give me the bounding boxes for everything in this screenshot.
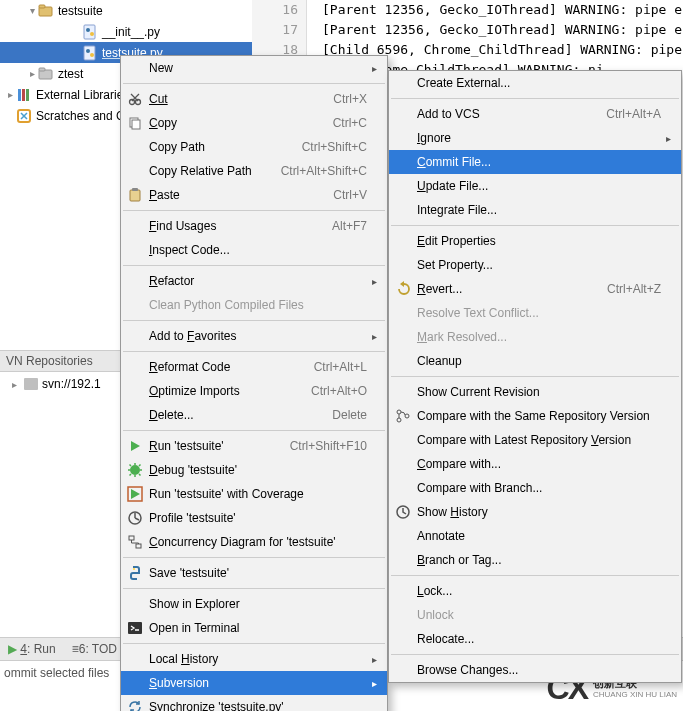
- svn-ignore[interactable]: Ignore▸: [389, 126, 681, 150]
- svn-create-external[interactable]: Create External...: [389, 71, 681, 95]
- ctx-add-to-favorites[interactable]: Add to Favorites▸: [121, 324, 387, 348]
- menu-item-label: New: [145, 61, 367, 75]
- svn-compare-with-branch[interactable]: Compare with Branch...: [389, 476, 681, 500]
- ctx-cut[interactable]: CutCtrl+X: [121, 87, 387, 111]
- menu-item-label: Concurrency Diagram for 'testsuite': [145, 535, 367, 549]
- status-bar-text: ommit selected files: [0, 663, 109, 683]
- ctx-delete[interactable]: Delete...Delete: [121, 403, 387, 427]
- py-icon: [82, 24, 98, 40]
- svn-integrate-file[interactable]: Integrate File...: [389, 198, 681, 222]
- menu-item-label: Browse Changes...: [413, 663, 661, 677]
- ctx-reformat-code[interactable]: Reformat CodeCtrl+Alt+L: [121, 355, 387, 379]
- menu-item-label: Subversion: [145, 676, 367, 690]
- menu-shortcut: Alt+F7: [314, 219, 367, 233]
- menu-item-label: Commit File...: [413, 155, 661, 169]
- tree-label: External Libraries: [36, 88, 129, 102]
- diagram-icon: [127, 534, 143, 550]
- svn-resolve-text-conflict: Resolve Text Conflict...: [389, 301, 681, 325]
- py-snake-icon: [127, 565, 143, 581]
- ctx-copy-path[interactable]: Copy PathCtrl+Shift+C: [121, 135, 387, 159]
- svn-revert[interactable]: Revert...Ctrl+Alt+Z: [389, 277, 681, 301]
- menu-item-label: Synchronize 'testsuite.py': [145, 700, 367, 711]
- ctx-copy-relative-path[interactable]: Copy Relative PathCtrl+Alt+Shift+C: [121, 159, 387, 183]
- ctx-run-testsuite-with-coverage[interactable]: Run 'testsuite' with Coverage: [121, 482, 387, 506]
- svn-cleanup[interactable]: Cleanup: [389, 349, 681, 373]
- svn-compare-with-the-same-repository-version[interactable]: Compare with the Same Repository Version: [389, 404, 681, 428]
- tree-label: __init__.py: [102, 25, 160, 39]
- menu-shortcut: Ctrl+V: [315, 188, 367, 202]
- menu-item-label: Compare with Branch...: [413, 481, 661, 495]
- menu-item-label: Show History: [413, 505, 661, 519]
- ctx-synchronize-testsuite-py[interactable]: Synchronize 'testsuite.py': [121, 695, 387, 711]
- menu-item-label: Show in Explorer: [145, 597, 367, 611]
- profile-icon: [127, 510, 143, 526]
- project-item-__init__-py[interactable]: __init__.py: [0, 21, 252, 42]
- menu-item-label: Run 'testsuite': [145, 439, 272, 453]
- svn-edit-properties[interactable]: Edit Properties: [389, 229, 681, 253]
- libs-icon: [16, 87, 32, 103]
- svn-show-current-revision[interactable]: Show Current Revision: [389, 380, 681, 404]
- ctx-debug-testsuite[interactable]: Debug 'testsuite': [121, 458, 387, 482]
- menu-item-label: Debug 'testsuite': [145, 463, 367, 477]
- ctx-show-in-explorer[interactable]: Show in Explorer: [121, 592, 387, 616]
- menu-item-label: Lock...: [413, 584, 661, 598]
- menu-shortcut: Ctrl+Shift+C: [284, 140, 367, 154]
- svn-lock[interactable]: Lock...: [389, 579, 681, 603]
- ctx-refactor[interactable]: Refactor▸: [121, 269, 387, 293]
- menu-item-label: Cleanup: [413, 354, 661, 368]
- svn-branch-or-tag[interactable]: Branch or Tag...: [389, 548, 681, 572]
- ctx-optimize-imports[interactable]: Optimize ImportsCtrl+Alt+O: [121, 379, 387, 403]
- menu-item-label: Save 'testsuite': [145, 566, 367, 580]
- menu-item-label: Compare with Latest Repository Version: [413, 433, 661, 447]
- menu-item-label: Ignore: [413, 131, 661, 145]
- svn-set-property[interactable]: Set Property...: [389, 253, 681, 277]
- ctx-profile-testsuite[interactable]: Profile 'testsuite': [121, 506, 387, 530]
- ctx-concurrency-diagram-for-testsuite[interactable]: Concurrency Diagram for 'testsuite': [121, 530, 387, 554]
- svn-annotate[interactable]: Annotate: [389, 524, 681, 548]
- menu-item-label: Add to Favorites: [145, 329, 367, 343]
- svn-compare-with-latest-repository-version[interactable]: Compare with Latest Repository Version: [389, 428, 681, 452]
- menu-item-label: Annotate: [413, 529, 661, 543]
- ctx-open-in-terminal[interactable]: Open in Terminal: [121, 616, 387, 640]
- tab-todo[interactable]: ≡ 6: TOD: [64, 638, 125, 660]
- menu-item-label: Inspect Code...: [145, 243, 367, 257]
- context-menu-subversion: Create External...Add to VCSCtrl+Alt+AIg…: [388, 70, 682, 683]
- svn-compare-with[interactable]: Compare with...: [389, 452, 681, 476]
- ctx-inspect-code[interactable]: Inspect Code...: [121, 238, 387, 262]
- menu-item-label: Paste: [145, 188, 315, 202]
- svn-show-history[interactable]: Show History: [389, 500, 681, 524]
- svn-relocate[interactable]: Relocate...: [389, 627, 681, 651]
- branch-icon: [395, 408, 411, 424]
- menu-item-label: Set Property...: [413, 258, 661, 272]
- ctx-subversion[interactable]: Subversion▸: [121, 671, 387, 695]
- context-menu-main: New▸CutCtrl+XCopyCtrl+CCopy PathCtrl+Shi…: [120, 55, 388, 711]
- menu-shortcut: Ctrl+Alt+A: [588, 107, 661, 121]
- ctx-save-testsuite[interactable]: Save 'testsuite': [121, 561, 387, 585]
- svn-mark-resolved: Mark Resolved...: [389, 325, 681, 349]
- svn-browse-changes[interactable]: Browse Changes...: [389, 658, 681, 682]
- svn-commit-file[interactable]: Commit File...: [389, 150, 681, 174]
- menu-item-label: Add to VCS: [413, 107, 588, 121]
- menu-item-label: Relocate...: [413, 632, 661, 646]
- menu-item-label: Update File...: [413, 179, 661, 193]
- menu-item-label: Refactor: [145, 274, 367, 288]
- ctx-copy[interactable]: CopyCtrl+C: [121, 111, 387, 135]
- menu-item-label: Find Usages: [145, 219, 314, 233]
- project-item-testsuite[interactable]: ▾testsuite: [0, 0, 252, 21]
- ctx-find-usages[interactable]: Find UsagesAlt+F7: [121, 214, 387, 238]
- menu-item-label: Resolve Text Conflict...: [413, 306, 661, 320]
- menu-item-label: Mark Resolved...: [413, 330, 661, 344]
- ctx-run-testsuite[interactable]: Run 'testsuite'Ctrl+Shift+F10: [121, 434, 387, 458]
- clock-icon: [395, 504, 411, 520]
- ctx-local-history[interactable]: Local History▸: [121, 647, 387, 671]
- revert-icon: [395, 281, 411, 297]
- svn-add-to-vcs[interactable]: Add to VCSCtrl+Alt+A: [389, 102, 681, 126]
- menu-shortcut: Ctrl+Alt+Shift+C: [263, 164, 367, 178]
- tab-run[interactable]: ▶ 4: Run: [0, 638, 64, 660]
- svn-update-file[interactable]: Update File...: [389, 174, 681, 198]
- ctx-new[interactable]: New▸: [121, 56, 387, 80]
- menu-item-label: Compare with...: [413, 457, 661, 471]
- menu-shortcut: Ctrl+Alt+O: [293, 384, 367, 398]
- ctx-paste[interactable]: PasteCtrl+V: [121, 183, 387, 207]
- tree-label: testsuite: [58, 4, 103, 18]
